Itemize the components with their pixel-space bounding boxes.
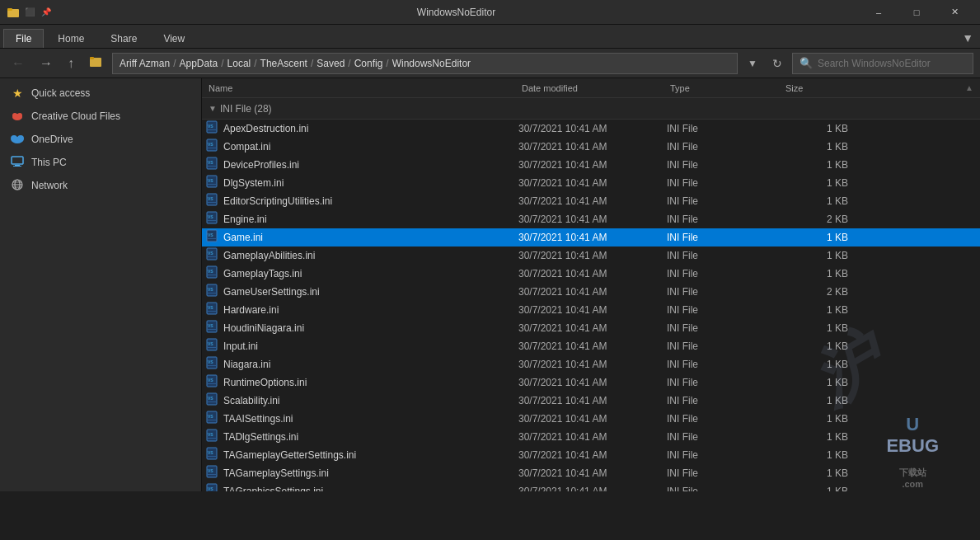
svg-rect-71 — [208, 438, 216, 439]
file-size: 1 KB — [782, 195, 865, 207]
file-type: INI File — [667, 322, 782, 334]
table-row[interactable]: VS EditorScriptingUtilities.ini 30/7/202… — [202, 192, 980, 210]
file-type: INI File — [667, 268, 782, 279]
col-header-date[interactable]: Date modified — [518, 83, 667, 93]
svg-text:VS: VS — [208, 178, 213, 183]
file-name-text: GameplayAbilities.ini — [223, 250, 315, 261]
file-size: 1 KB — [782, 141, 865, 153]
table-row[interactable]: VS GameplayTags.ini 30/7/2021 10:41 AM I… — [202, 265, 980, 283]
ini-file-icon: VS — [205, 120, 218, 136]
svg-text:VS: VS — [208, 160, 213, 165]
ini-file-icon: VS — [205, 447, 218, 463]
file-name-cell: VS Scalability.ini — [205, 392, 518, 408]
file-size: 1 KB — [782, 304, 865, 316]
path-local: Local — [227, 58, 251, 69]
file-size: 1 KB — [782, 177, 865, 189]
table-row[interactable]: VS GameUserSettings.ini 30/7/2021 10:41 … — [202, 283, 980, 301]
computer-icon — [10, 156, 25, 170]
file-name-cell: VS TAGameplaySettings.ini — [205, 465, 518, 481]
ini-file-icon: VS — [205, 193, 218, 209]
sidebar-item-this-pc[interactable]: This PC — [0, 151, 201, 174]
group-toggle[interactable]: ▼ — [209, 104, 217, 113]
refresh-button[interactable]: ↻ — [767, 55, 787, 72]
table-row[interactable]: VS Niagara.ini 30/7/2021 10:41 AM INI Fi… — [202, 355, 980, 373]
svg-text:VS: VS — [208, 468, 213, 473]
table-row[interactable]: VS Hardware.ini 30/7/2021 10:41 AM INI F… — [202, 301, 980, 319]
file-name-cell: VS TAGameplayGetterSettings.ini — [205, 447, 518, 463]
svg-text:VS: VS — [208, 432, 213, 437]
table-row[interactable]: VS TAGameplaySettings.ini 30/7/2021 10:4… — [202, 464, 980, 482]
file-date: 30/7/2021 10:41 AM — [518, 395, 667, 406]
file-type: INI File — [667, 304, 782, 316]
svg-rect-74 — [208, 456, 216, 457]
file-type: INI File — [667, 431, 782, 443]
ini-file-icon: VS — [205, 157, 218, 172]
file-date: 30/7/2021 10:41 AM — [518, 250, 667, 261]
file-name-text: Niagara.ini — [223, 359, 270, 370]
forward-button[interactable]: → — [35, 54, 58, 73]
file-type: INI File — [667, 449, 782, 461]
search-box[interactable]: 🔍 — [792, 53, 973, 74]
col-header-type[interactable]: Type — [667, 83, 782, 93]
svg-text:VS: VS — [208, 287, 213, 292]
tab-file[interactable]: File — [3, 29, 44, 48]
svg-rect-53 — [208, 329, 216, 330]
svg-text:VS: VS — [208, 486, 213, 491]
sidebar-item-onedrive[interactable]: OneDrive — [0, 128, 201, 151]
tab-view[interactable]: View — [151, 29, 197, 48]
back-button[interactable]: ← — [7, 54, 30, 73]
table-row[interactable]: VS Scalability.ini 30/7/2021 10:41 AM IN… — [202, 392, 980, 410]
table-row[interactable]: VS TAGraphicsSettings.ini 30/7/2021 10:4… — [202, 482, 980, 491]
table-row[interactable]: VS RuntimeOptions.ini 30/7/2021 10:41 AM… — [202, 373, 980, 392]
ribbon-chevron[interactable]: ▼ — [959, 28, 977, 48]
sidebar-label-quick-access: Quick access — [31, 87, 90, 99]
file-name-text: Input.ini — [223, 340, 258, 352]
col-header-size[interactable]: Size — [782, 83, 865, 93]
svg-text:VS: VS — [208, 341, 213, 346]
sidebar-item-creative-cloud[interactable]: Creative Cloud Files — [0, 105, 201, 128]
close-button[interactable]: ✕ — [935, 0, 973, 25]
address-dropdown[interactable]: ▼ — [743, 56, 762, 71]
table-row[interactable]: VS DlgSystem.ini 30/7/2021 10:41 AM INI … — [202, 174, 980, 192]
file-date: 30/7/2021 10:41 AM — [518, 431, 667, 443]
minimize-button[interactable]: – — [860, 0, 898, 25]
maximize-button[interactable]: □ — [898, 0, 935, 25]
sidebar-item-network[interactable]: Network — [0, 174, 201, 197]
search-input[interactable] — [818, 58, 966, 69]
ini-file-icon: VS — [205, 429, 218, 444]
table-row[interactable]: VS GameplayAbilities.ini 30/7/2021 10:41… — [202, 247, 980, 265]
file-type: INI File — [667, 250, 782, 261]
svg-rect-77 — [208, 474, 216, 475]
file-name-cell: VS RuntimeOptions.ini — [205, 374, 518, 390]
sidebar-item-quick-access[interactable]: ★ Quick access — [0, 82, 201, 105]
svg-rect-10 — [12, 157, 23, 164]
file-list-container: Name Date modified Type Size ▲ ▼ INI Fil… — [202, 78, 980, 491]
table-row[interactable]: VS DeviceProfiles.ini 30/7/2021 10:41 AM… — [202, 156, 980, 174]
col-header-name[interactable]: Name — [205, 83, 518, 93]
table-row[interactable]: VS TADlgSettings.ini 30/7/2021 10:41 AM … — [202, 428, 980, 446]
file-name-text: Hardware.ini — [223, 304, 279, 316]
table-row[interactable]: VS Engine.ini 30/7/2021 10:41 AM INI Fil… — [202, 210, 980, 228]
tab-home[interactable]: Home — [45, 29, 96, 48]
file-size: 1 KB — [782, 123, 865, 134]
path-appdata: AppData — [179, 58, 218, 69]
svg-point-5 — [12, 113, 17, 118]
file-name-text: DlgSystem.ini — [223, 177, 284, 189]
table-row[interactable]: VS Game.ini 30/7/2021 10:41 AM INI File … — [202, 228, 980, 247]
table-row[interactable]: VS Compat.ini 30/7/2021 10:41 AM INI Fil… — [202, 138, 980, 156]
address-path[interactable]: Ariff Azman / AppData / Local / TheAscen… — [112, 53, 738, 74]
up-button[interactable]: ↑ — [63, 54, 79, 73]
tab-share[interactable]: Share — [98, 29, 149, 48]
table-row[interactable]: VS TAGameplayGetterSettings.ini 30/7/202… — [202, 446, 980, 464]
table-row[interactable]: VS HoudiniNiagara.ini 30/7/2021 10:41 AM… — [202, 319, 980, 337]
file-date: 30/7/2021 10:41 AM — [518, 286, 667, 298]
svg-rect-62 — [208, 383, 216, 384]
table-row[interactable]: VS TAAISettings.ini 30/7/2021 10:41 AM I… — [202, 410, 980, 428]
ribbon-tabs: File Home Share View ▼ — [0, 25, 980, 48]
ini-file-icon: VS — [205, 284, 218, 299]
table-row[interactable]: VS Input.ini 30/7/2021 10:41 AM INI File… — [202, 337, 980, 355]
table-row[interactable]: VS ApexDestruction.ini 30/7/2021 10:41 A… — [202, 120, 980, 138]
file-type: INI File — [667, 232, 782, 243]
path-config: Config — [354, 58, 383, 69]
svg-text:VS: VS — [208, 414, 213, 419]
